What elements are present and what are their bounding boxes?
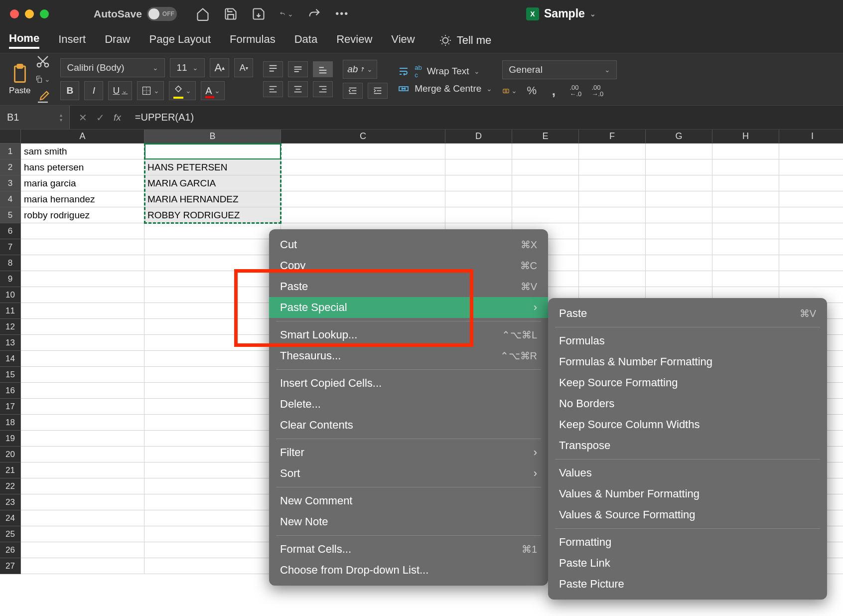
cell-F5[interactable]: [579, 207, 646, 223]
cell-B22[interactable]: [144, 478, 281, 494]
tab-insert[interactable]: Insert: [58, 33, 86, 48]
cell-B14[interactable]: [144, 351, 281, 367]
row-head-6[interactable]: 6: [0, 223, 21, 239]
tab-data[interactable]: Data: [294, 33, 317, 48]
cell-D1[interactable]: [445, 144, 512, 159]
cell-A16[interactable]: [21, 383, 144, 399]
row-head-26[interactable]: 26: [0, 542, 21, 558]
ctx-filter[interactable]: Filter›: [269, 442, 548, 463]
sub-keep-source-col-widths[interactable]: Keep Source Column Widths: [548, 414, 827, 435]
cell-B19[interactable]: [144, 431, 281, 447]
ctx-clear-contents[interactable]: Clear Contents: [269, 415, 548, 436]
cell-A2[interactable]: hans petersen: [21, 159, 144, 175]
tab-draw[interactable]: Draw: [105, 33, 130, 48]
cell-G9[interactable]: [646, 271, 712, 287]
underline-button[interactable]: U⌄: [108, 81, 132, 100]
row-head-2[interactable]: 2: [0, 159, 21, 175]
cell-A17[interactable]: [21, 399, 144, 415]
copy-icon[interactable]: ⌄: [35, 72, 50, 87]
ctx-paste[interactable]: Paste⌘V: [269, 276, 548, 297]
col-head-D[interactable]: D: [445, 130, 512, 144]
sub-formulas[interactable]: Formulas: [548, 330, 827, 351]
row-head-25[interactable]: 25: [0, 526, 21, 542]
currency-icon[interactable]: ⌄: [502, 83, 517, 98]
cell-E3[interactable]: [512, 175, 579, 191]
cell-I5[interactable]: [779, 207, 843, 223]
percent-icon[interactable]: %: [524, 83, 539, 98]
cell-A10[interactable]: [21, 287, 144, 303]
font-size-select[interactable]: 11⌄: [170, 58, 205, 77]
formula-input[interactable]: [130, 112, 843, 123]
row-head-9[interactable]: 9: [0, 271, 21, 287]
cell-F8[interactable]: [579, 255, 646, 271]
row-head-11[interactable]: 11: [0, 303, 21, 319]
cell-I1[interactable]: [779, 144, 843, 159]
cell-A12[interactable]: [21, 319, 144, 335]
cell-F4[interactable]: [579, 191, 646, 207]
cell-G3[interactable]: [646, 175, 712, 191]
cell-H3[interactable]: [712, 175, 779, 191]
col-head-C[interactable]: C: [281, 130, 445, 144]
cell-B3[interactable]: MARIA GARCIA: [144, 175, 281, 191]
cell-A13[interactable]: [21, 335, 144, 351]
cell-B10[interactable]: [144, 287, 281, 303]
row-head-20[interactable]: 20: [0, 447, 21, 462]
cell-D2[interactable]: [445, 159, 512, 175]
cell-E2[interactable]: [512, 159, 579, 175]
cell-D4[interactable]: [445, 191, 512, 207]
sub-transpose[interactable]: Transpose: [548, 435, 827, 456]
cell-F3[interactable]: [579, 175, 646, 191]
sub-formulas-number-formatting[interactable]: Formulas & Number Formatting: [548, 351, 827, 372]
cell-B6[interactable]: [144, 223, 281, 239]
cell-H1[interactable]: [712, 144, 779, 159]
cell-I7[interactable]: [779, 239, 843, 255]
sub-formatting[interactable]: Formatting: [548, 532, 827, 553]
ctx-sort[interactable]: Sort›: [269, 463, 548, 484]
wrap-text-button[interactable]: abc Wrap Text⌄: [398, 64, 492, 79]
cell-B21[interactable]: [144, 462, 281, 478]
cell-C4[interactable]: [281, 191, 445, 207]
cell-B27[interactable]: [144, 558, 281, 574]
cell-B8[interactable]: [144, 255, 281, 271]
cell-H7[interactable]: [712, 239, 779, 255]
col-head-I[interactable]: I: [779, 130, 843, 144]
sub-paste[interactable]: Paste⌘V: [548, 303, 827, 324]
cell-G6[interactable]: [646, 223, 712, 239]
row-head-17[interactable]: 17: [0, 399, 21, 415]
number-format-select[interactable]: General⌄: [502, 60, 617, 79]
save-icon[interactable]: [224, 7, 238, 21]
cell-A8[interactable]: [21, 255, 144, 271]
cell-B24[interactable]: [144, 510, 281, 526]
cell-A25[interactable]: [21, 526, 144, 542]
cell-C2[interactable]: [281, 159, 445, 175]
cell-H8[interactable]: [712, 255, 779, 271]
minimize-window-button[interactable]: [25, 9, 34, 18]
italic-button[interactable]: I: [84, 81, 103, 100]
ctx-new-note[interactable]: New Note: [269, 511, 548, 532]
align-center-icon[interactable]: [288, 81, 308, 97]
orientation-button[interactable]: ab↗⌄: [343, 60, 377, 79]
cell-B5[interactable]: ROBBY RODRIGUEZ: [144, 207, 281, 223]
cell-A14[interactable]: [21, 351, 144, 367]
sub-values-number-formatting[interactable]: Values & Number Formatting: [548, 483, 827, 504]
cell-H2[interactable]: [712, 159, 779, 175]
select-all-corner[interactable]: [0, 130, 21, 144]
ctx-new-comment[interactable]: New Comment: [269, 490, 548, 511]
cell-B1[interactable]: SAM SMITH: [144, 144, 281, 159]
cell-B18[interactable]: [144, 415, 281, 431]
cell-B15[interactable]: [144, 367, 281, 383]
decrease-decimal-icon[interactable]: .00→.0: [590, 83, 605, 98]
col-head-E[interactable]: E: [512, 130, 579, 144]
sub-values-source-formatting[interactable]: Values & Source Formatting: [548, 504, 827, 525]
row-head-4[interactable]: 4: [0, 191, 21, 207]
decrease-indent-icon[interactable]: [343, 83, 363, 99]
align-middle-icon[interactable]: [288, 61, 308, 77]
cell-C1[interactable]: [281, 144, 445, 159]
cell-I2[interactable]: [779, 159, 843, 175]
cell-G1[interactable]: [646, 144, 712, 159]
row-head-18[interactable]: 18: [0, 415, 21, 431]
cell-H5[interactable]: [712, 207, 779, 223]
cell-B11[interactable]: [144, 303, 281, 319]
sub-paste-link[interactable]: Paste Link: [548, 553, 827, 574]
ctx-format-cells[interactable]: Format Cells...⌘1: [269, 539, 548, 560]
